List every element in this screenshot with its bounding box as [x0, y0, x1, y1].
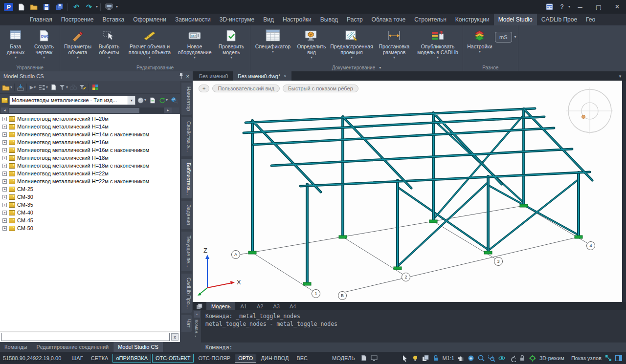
tab-vid[interactable]: Вид: [259, 14, 278, 25]
tab-zavisimosti[interactable]: Зависимости: [171, 14, 215, 25]
toggle-ortho[interactable]: ОРТО: [235, 354, 256, 363]
doc-tab-1[interactable]: Без имени0: [194, 71, 233, 81]
ui-lock-icon[interactable]: [431, 353, 441, 363]
expand-icon[interactable]: +: [2, 218, 7, 223]
minimize-button[interactable]: ─: [571, 0, 589, 14]
help-button[interactable]: ?: [557, 3, 567, 10]
tab-redaktirovanie-soedineniy[interactable]: Редактирование соединений: [32, 342, 114, 352]
filter-edit-button[interactable]: [78, 83, 87, 92]
tree-item[interactable]: +Молниеотвод металлический H=16м с након…: [0, 146, 180, 154]
open-file-button[interactable]: [28, 1, 40, 12]
tree-item[interactable]: +СМ-25: [0, 185, 180, 193]
layout-tab-model[interactable]: Модель: [206, 302, 235, 310]
show-nodes-icon[interactable]: [604, 353, 613, 363]
export-page-button[interactable]: [148, 95, 157, 105]
command-input-line[interactable]: Команда:: [201, 343, 626, 352]
pan-hand-icon[interactable]: [456, 353, 466, 363]
tab-konstruktsii[interactable]: Конструкции: [451, 14, 494, 25]
material-button[interactable]: ▾: [137, 95, 147, 105]
side-tab-navigator[interactable]: Навигатор: [181, 83, 192, 115]
define-view-button[interactable]: Определить вид ▾: [294, 27, 329, 64]
doc-tab-close-icon[interactable]: ×: [284, 74, 286, 79]
screen-mode-dropdown-icon[interactable]: ▾: [116, 5, 118, 9]
expand-icon[interactable]: +: [2, 164, 7, 168]
clear-input-button[interactable]: x: [171, 333, 179, 341]
filter-button[interactable]: ▾: [58, 83, 68, 92]
undo-button[interactable]: ↶: [70, 1, 82, 12]
redo-dropdown-icon[interactable]: ▾: [96, 5, 98, 9]
expand-icon[interactable]: +: [2, 187, 7, 192]
tab-vstavka[interactable]: Вставка: [98, 14, 129, 25]
annotation-scale[interactable]: М1:1: [442, 355, 455, 361]
tree-item[interactable]: +СМ-50: [0, 224, 180, 232]
copy-sheets-icon[interactable]: [421, 353, 430, 363]
library-tree[interactable]: +Молниеотвод металлический H=20м +Молние…: [0, 114, 180, 331]
expand-icon[interactable]: +: [2, 156, 7, 160]
tree-item[interactable]: +Молниеотвод металлический H=18м: [0, 154, 180, 162]
tab-model-studio-cs[interactable]: Model Studio CS: [113, 342, 163, 352]
navigation-wheel[interactable]: [566, 87, 613, 134]
tree-item[interactable]: +Молниеотвод металлический H=18м с након…: [0, 162, 180, 170]
panel-toggle-icon[interactable]: [614, 353, 623, 363]
maximize-button[interactable]: ▢: [590, 0, 607, 14]
show-nodes-button[interactable]: Показ узлов: [570, 355, 603, 361]
side-tab-current[interactable]: Текущие пе...: [181, 232, 192, 271]
tree-item[interactable]: +Молниеотвод металлический H=22м: [0, 170, 180, 177]
layout-tab-a2[interactable]: А2: [252, 302, 268, 310]
expand-icon[interactable]: +: [2, 211, 7, 215]
clean-screen-icon[interactable]: [370, 353, 379, 363]
object-params-button[interactable]: Параметры объекта ▾: [62, 27, 94, 64]
tree-item[interactable]: +СМ-40: [0, 209, 180, 216]
pin-icon[interactable]: [179, 73, 184, 80]
preset-projection-button[interactable]: Преднастроенная проекция ▾: [329, 27, 374, 64]
select-objects-button[interactable]: Выбрать объекты ▾: [94, 27, 124, 64]
find-button[interactable]: [69, 83, 78, 92]
lock-icon[interactable]: [518, 353, 527, 363]
tab-glavnaya[interactable]: Главная: [25, 14, 57, 25]
side-tab-tasks[interactable]: Задания: [181, 201, 192, 229]
model-space-button[interactable]: МОДЕЛЬ: [329, 354, 358, 363]
expand-icon[interactable]: +: [2, 148, 7, 152]
view-name-button[interactable]: Пользовательский вид: [212, 85, 279, 92]
tab-model-studio[interactable]: Model Studio: [494, 14, 537, 25]
zoom-realtime-icon[interactable]: [467, 353, 476, 363]
publish-cadlib-button[interactable]: Опубликовать модель в CADLib ▾: [414, 27, 461, 64]
tab-komandy[interactable]: Команды: [0, 342, 32, 352]
palette-close-icon[interactable]: ×: [186, 73, 189, 79]
volume-area-button[interactable]: Расчет объема и площади объекта ▾: [124, 27, 175, 64]
insert-object-button[interactable]: ▶ ▾: [28, 83, 37, 92]
layout-tab-a1[interactable]: А1: [235, 302, 251, 310]
tree-item[interactable]: +СМ-30: [0, 193, 180, 201]
database-button[interactable]: База данных ▾: [1, 27, 30, 64]
command-close-icon[interactable]: ×: [194, 311, 200, 318]
close-button[interactable]: ×: [608, 0, 626, 14]
3d-mode-icon[interactable]: [528, 353, 537, 363]
new-file-button[interactable]: [15, 1, 27, 12]
screen-mode-button[interactable]: [103, 1, 115, 12]
ms-menu-button[interactable]: mS ▾: [495, 27, 516, 43]
add-view-button[interactable]: +: [199, 85, 209, 92]
tree-item[interactable]: +Молниеотвод металлический H=16м: [0, 138, 180, 146]
expand-icon[interactable]: +: [2, 171, 7, 176]
web-search-button[interactable]: [170, 95, 179, 105]
quick-select-icon[interactable]: [401, 353, 410, 363]
expand-icon[interactable]: +: [2, 195, 7, 199]
toggle-grid[interactable]: СЕТКА: [88, 354, 112, 363]
tree-item[interactable]: +СМ-35: [0, 201, 180, 209]
new-equipment-button[interactable]: 010 Новое оборудование ▾: [175, 27, 214, 64]
drawing-viewport[interactable]: + Пользовательский вид Быстрый с показом…: [193, 81, 622, 302]
visual-style-button[interactable]: Быстрый с показом рёбер: [283, 85, 358, 92]
scroll-left-icon[interactable]: ◂: [1, 107, 8, 113]
layout-switch-icon[interactable]: [359, 353, 369, 363]
toggle-osnap[interactable]: оПРИВЯЗКА: [112, 354, 151, 363]
3d-mode-button[interactable]: 3D-режим: [538, 355, 565, 361]
sheet-view-button[interactable]: [49, 83, 58, 92]
calculator-button[interactable]: [544, 1, 556, 12]
toggle-snap[interactable]: ШАГ: [68, 354, 86, 363]
expand-icon[interactable]: +: [2, 226, 7, 231]
side-tab-library[interactable]: Библиотека...: [181, 159, 192, 199]
create-drawing-button[interactable]: DWG Создать чертеж ▾: [30, 27, 58, 64]
open-library-button[interactable]: ▾: [1, 83, 13, 92]
expand-icon[interactable]: +: [2, 179, 7, 184]
doc-tabs-dropdown-icon[interactable]: ▾: [614, 71, 626, 81]
